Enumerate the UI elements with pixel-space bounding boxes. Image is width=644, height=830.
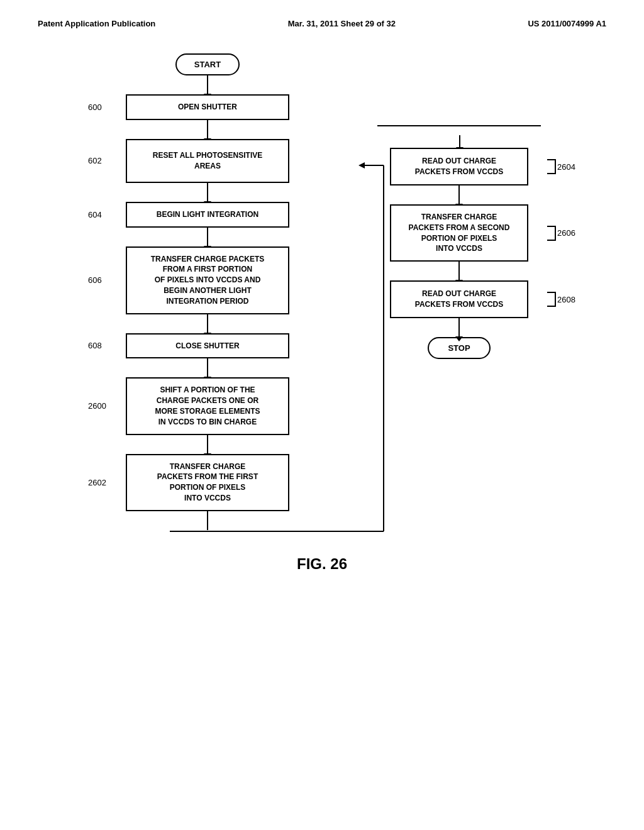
header-right: US 2011/0074999 A1 (528, 19, 606, 28)
label-box-r2608: READ OUT CHARGE PACKETS FROM VCCDS 2608 (377, 280, 541, 318)
arrow-entry-2604 (459, 135, 460, 148)
node-r2606: TRANSFER CHARGE PACKETS FROM A SECOND PO… (390, 204, 528, 262)
left-column: START 600 OPEN SHUTTER 602 RESET ALL PHO… (88, 53, 327, 530)
node-604: BEGIN LIGHT INTEGRATION (126, 202, 289, 228)
node-602: RESET ALL PHOTOSENSITIVE AREAS (126, 139, 289, 183)
arrow-2602-bottom (207, 511, 208, 530)
node-606: TRANSFER CHARGE PACKETS FROM A FIRST POR… (126, 246, 289, 314)
arrow-608-2600 (207, 358, 208, 377)
label-box-602: 602 RESET ALL PHOTOSENSITIVE AREAS (88, 139, 327, 183)
page: Patent Application Publication Mar. 31, … (0, 0, 644, 830)
arrow-2608-stop (458, 318, 460, 337)
node-2600: SHIFT A PORTION OF THE CHARGE PACKETS ON… (126, 377, 289, 434)
label-box-604: 604 BEGIN LIGHT INTEGRATION (88, 202, 327, 228)
arrow-2606-2608 (458, 262, 460, 280)
node-r2604: READ OUT CHARGE PACKETS FROM VCCDS (390, 148, 528, 185)
label-box-2600: 2600 SHIFT A PORTION OF THE CHARGE PACKE… (88, 377, 327, 434)
node-600: OPEN SHUTTER (126, 94, 289, 120)
label-box-2602: 2602 TRANSFER CHARGE PACKETS FROM THE FI… (88, 454, 327, 511)
label-2606: 2606 (547, 226, 575, 241)
label-box-608: 608 CLOSE SHUTTER (88, 333, 327, 359)
arrow-start-600 (207, 75, 208, 94)
label-2604: 2604 (547, 159, 575, 174)
label-box-r2604: READ OUT CHARGE PACKETS FROM VCCDS 2604 (377, 148, 541, 185)
label-600: 600 (88, 102, 102, 112)
right-column: READ OUT CHARGE PACKETS FROM VCCDS 2604 … (377, 53, 541, 530)
arrow-2604-2606 (458, 185, 460, 204)
arrow-602-604 (207, 183, 208, 202)
node-2602: TRANSFER CHARGE PACKETS FROM THE FIRST P… (126, 454, 289, 511)
label-2602: 2602 (88, 478, 106, 487)
right-col-entry (377, 116, 541, 135)
label-box-606: 606 TRANSFER CHARGE PACKETS FROM A FIRST… (88, 246, 327, 314)
node-r2608: READ OUT CHARGE PACKETS FROM VCCDS (390, 280, 528, 318)
label-2608: 2608 (547, 292, 575, 307)
label-608: 608 (88, 341, 102, 350)
horizontal-entry-line (377, 125, 541, 126)
header-left: Patent Application Publication (38, 19, 155, 28)
right-col-spacer (377, 53, 541, 116)
figure-label: FIG. 26 (38, 555, 606, 573)
arrow-600-602 (207, 120, 208, 139)
label-604: 604 (88, 210, 102, 219)
header-middle: Mar. 31, 2011 Sheet 29 of 32 (288, 19, 396, 28)
label-box-600: 600 OPEN SHUTTER (88, 94, 327, 120)
arrow-604-606 (207, 228, 208, 246)
label-box-r2606: TRANSFER CHARGE PACKETS FROM A SECOND PO… (377, 204, 541, 262)
label-2600: 2600 (88, 401, 106, 411)
node-608: CLOSE SHUTTER (126, 333, 289, 359)
label-602: 602 (88, 156, 102, 165)
arrow-606-608 (207, 314, 208, 333)
start-node: START (175, 53, 240, 75)
label-606: 606 (88, 275, 102, 285)
page-header: Patent Application Publication Mar. 31, … (38, 19, 606, 28)
arrow-2600-2602 (207, 435, 208, 454)
